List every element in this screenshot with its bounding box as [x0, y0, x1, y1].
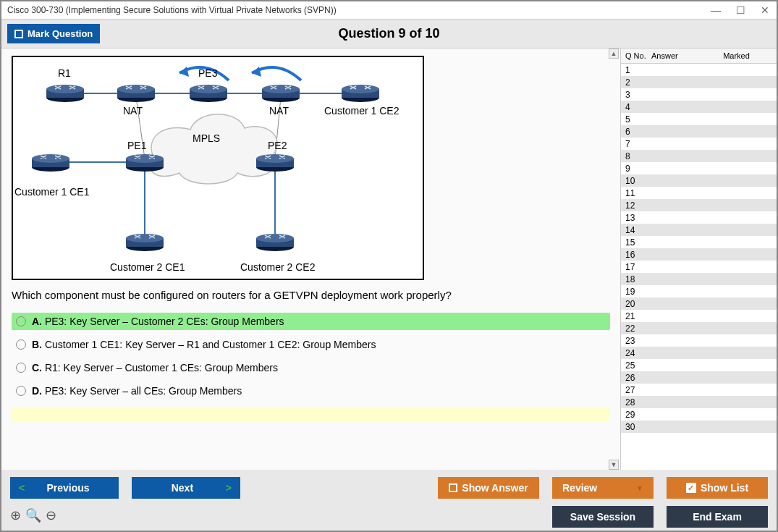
question-list[interactable]: 1234567891011121314151617181920212223242…: [621, 64, 777, 470]
question-row[interactable]: 11: [621, 187, 777, 199]
question-number: 25: [625, 360, 651, 371]
show-list-label: Show List: [701, 482, 748, 494]
question-number: 19: [625, 287, 651, 297]
col-qno: Q No.: [625, 51, 651, 60]
question-row[interactable]: 8: [621, 150, 777, 162]
show-list-button[interactable]: ✓Show List: [667, 477, 768, 499]
question-number: 14: [625, 225, 651, 235]
scroll-up-icon[interactable]: ▲: [609, 48, 619, 59]
answer-highlight-bar: [12, 407, 610, 421]
question-number: 20: [625, 299, 651, 309]
question-row[interactable]: 17: [621, 261, 777, 273]
question-number: 12: [625, 200, 651, 211]
question-row[interactable]: 27: [621, 384, 777, 396]
router-cust1ce2-icon: [340, 83, 381, 101]
option-text: PE3: Key Server – Customer 2 CEs: Group …: [45, 316, 284, 327]
option-d[interactable]: D. PE3: Key Server – all CEs: Group Memb…: [12, 382, 610, 400]
label-pe1: PE1: [127, 140, 146, 151]
next-button[interactable]: Next>: [132, 477, 240, 499]
label-pe3: PE3: [198, 67, 217, 79]
question-row[interactable]: 13: [621, 211, 777, 224]
question-row[interactable]: 16: [621, 248, 777, 261]
question-number: 8: [625, 151, 651, 161]
mark-question-button[interactable]: Mark Question: [7, 24, 100, 43]
dropdown-arrow-icon: ▼: [636, 484, 643, 492]
router-cust2ce2-icon: [255, 232, 295, 250]
question-number: 5: [625, 114, 651, 124]
option-c[interactable]: C. R1: Key Server – Customer 1 CEs: Grou…: [12, 359, 610, 376]
question-number: 11: [625, 188, 651, 198]
show-answer-label: Show Answer: [462, 482, 528, 494]
question-row[interactable]: 6: [621, 125, 777, 138]
question-row[interactable]: 5: [621, 113, 777, 125]
label-cust2ce2: Customer 2 CE2: [240, 261, 315, 273]
col-marked: Marked: [701, 51, 772, 60]
question-number: 21: [625, 311, 651, 321]
question-row[interactable]: 7: [621, 138, 777, 150]
router-nat2-icon: [261, 83, 301, 101]
question-row[interactable]: 10: [621, 174, 777, 187]
zoom-out-icon[interactable]: ⊖: [46, 507, 56, 523]
question-row[interactable]: 25: [621, 359, 777, 371]
save-session-button[interactable]: Save Session: [552, 506, 654, 528]
label-mpls: MPLS: [193, 132, 220, 144]
question-row[interactable]: 21: [621, 310, 777, 322]
router-cust1ce1-icon: [30, 153, 71, 170]
option-b[interactable]: B. Customer 1 CE1: Key Server – R1 and C…: [12, 336, 610, 353]
question-row[interactable]: 28: [621, 396, 777, 408]
question-row[interactable]: 9: [621, 162, 777, 174]
label-pe2: PE2: [268, 140, 287, 151]
option-letter: A.: [32, 316, 42, 327]
question-row[interactable]: 22: [621, 322, 777, 334]
router-pe2-icon: [255, 153, 295, 170]
review-button[interactable]: Review▼: [552, 477, 654, 499]
header-bar: Mark Question Question 9 of 10: [1, 19, 777, 48]
option-letter: B.: [32, 339, 42, 350]
option-a[interactable]: A. PE3: Key Server – Customer 2 CEs: Gro…: [12, 313, 610, 330]
question-row[interactable]: 1: [621, 64, 777, 76]
question-number: 27: [625, 385, 651, 395]
previous-button[interactable]: <Previous: [10, 477, 119, 499]
router-pe1-icon: [124, 153, 165, 170]
question-row[interactable]: 12: [621, 199, 777, 211]
router-pe3-icon: [188, 83, 229, 101]
next-label: Next: [142, 482, 223, 494]
end-exam-button[interactable]: End Exam: [667, 506, 768, 528]
maximize-icon[interactable]: ☐: [735, 4, 746, 16]
question-row[interactable]: 19: [621, 285, 777, 297]
scroll-down-icon[interactable]: ▼: [609, 460, 619, 470]
router-cust2ce1-icon: [124, 232, 165, 250]
question-row[interactable]: 3: [621, 88, 777, 101]
minimize-icon[interactable]: —: [710, 4, 722, 16]
option-text: PE3: Key Server – all CEs: Group Members: [45, 385, 242, 397]
label-cust1ce2: Customer 1 CE2: [324, 105, 399, 117]
close-icon[interactable]: ✕: [759, 4, 771, 16]
question-text: Which component must be configured on ro…: [12, 289, 610, 301]
question-row[interactable]: 26: [621, 371, 777, 384]
mark-question-label: Mark Question: [28, 28, 93, 39]
question-number: 24: [625, 348, 651, 358]
router-nat1-icon: [116, 83, 156, 101]
question-row[interactable]: 20: [621, 297, 777, 310]
question-number: 16: [625, 250, 651, 260]
zoom-in-icon[interactable]: 🔍: [25, 507, 41, 523]
label-cust2ce1: Customer 2 CE1: [110, 261, 185, 273]
main-scroll-area[interactable]: ▲: [1, 48, 621, 470]
question-number: 13: [625, 213, 651, 223]
label-nat1: NAT: [123, 105, 143, 117]
zoom-reset-icon[interactable]: ⊕: [10, 507, 21, 523]
question-row[interactable]: 23: [621, 334, 777, 347]
question-row[interactable]: 2: [621, 76, 777, 88]
question-row[interactable]: 15: [621, 236, 777, 248]
show-answer-button[interactable]: Show Answer: [438, 477, 539, 499]
question-row[interactable]: 18: [621, 273, 777, 285]
question-number: 28: [625, 397, 651, 408]
question-number: 18: [625, 274, 651, 284]
options-list: A. PE3: Key Server – Customer 2 CEs: Gro…: [12, 313, 610, 400]
question-row[interactable]: 30: [621, 421, 777, 433]
question-row[interactable]: 29: [621, 408, 777, 421]
question-row[interactable]: 24: [621, 347, 777, 359]
question-row[interactable]: 14: [621, 224, 777, 236]
question-row[interactable]: 4: [621, 101, 777, 113]
network-diagram: R1 PE3 NAT NAT Customer 1 CE2 PE1 PE2 MP…: [12, 56, 424, 280]
